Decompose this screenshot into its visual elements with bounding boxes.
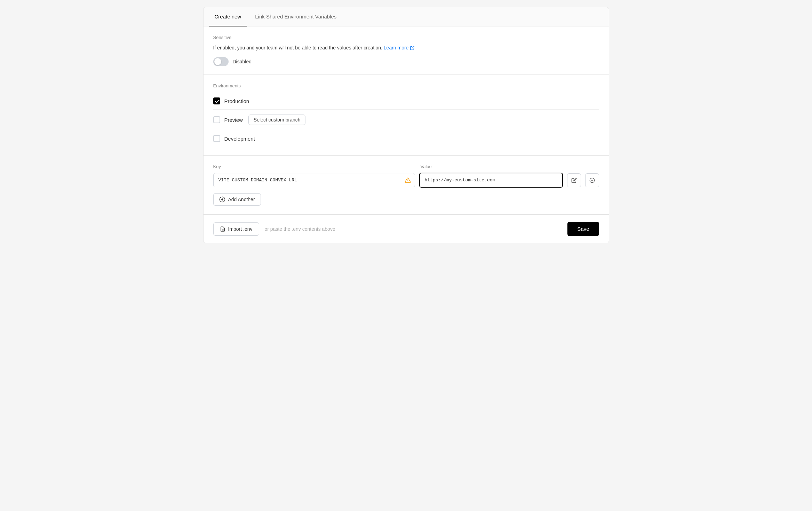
toggle-label: Disabled bbox=[233, 59, 252, 64]
environments-section: Environments Production Preview Select c… bbox=[204, 75, 609, 156]
env-item-production: Production bbox=[213, 93, 599, 110]
development-checkbox[interactable] bbox=[213, 135, 220, 142]
preview-checkbox[interactable] bbox=[213, 116, 220, 123]
edit-icon bbox=[571, 178, 577, 183]
tab-link-shared[interactable]: Link Shared Environment Variables bbox=[249, 7, 342, 26]
edit-button[interactable] bbox=[567, 173, 581, 187]
paste-hint: or paste the .env contents above bbox=[265, 226, 335, 232]
learn-more-link[interactable]: Learn more bbox=[384, 44, 415, 52]
env-item-development: Development bbox=[213, 130, 599, 147]
plus-circle-icon bbox=[219, 196, 225, 203]
sensitive-toggle-row: Disabled bbox=[213, 57, 599, 66]
key-field-wrapper bbox=[213, 173, 415, 187]
minus-circle-icon bbox=[589, 178, 595, 183]
external-link-icon bbox=[410, 46, 415, 50]
environments-label: Environments bbox=[213, 83, 599, 88]
warning-icon bbox=[405, 177, 411, 183]
production-checkbox[interactable] bbox=[213, 97, 220, 104]
bottom-bar: Import .env or paste the .env contents a… bbox=[204, 214, 609, 243]
save-button[interactable]: Save bbox=[567, 222, 599, 236]
sensitive-description: If enabled, you and your team will not b… bbox=[213, 44, 599, 52]
sensitive-toggle[interactable] bbox=[213, 57, 229, 66]
toggle-knob bbox=[214, 58, 221, 65]
sensitive-section: Sensitive If enabled, you and your team … bbox=[204, 26, 609, 75]
development-label: Development bbox=[224, 136, 255, 142]
kv-section: Key Value bbox=[204, 156, 609, 214]
env-item-preview: Preview Select custom branch bbox=[213, 110, 599, 130]
import-env-button[interactable]: Import .env bbox=[213, 222, 259, 236]
select-custom-branch-button[interactable]: Select custom branch bbox=[248, 115, 306, 125]
kv-row bbox=[213, 173, 599, 188]
key-input[interactable] bbox=[213, 173, 415, 187]
production-label: Production bbox=[224, 98, 249, 104]
value-input[interactable] bbox=[419, 173, 563, 188]
file-icon bbox=[220, 226, 225, 232]
add-another-button[interactable]: Add Another bbox=[213, 193, 261, 206]
key-column-label: Key bbox=[213, 164, 415, 169]
tab-create-new[interactable]: Create new bbox=[209, 7, 247, 26]
preview-label: Preview bbox=[224, 117, 243, 123]
value-column-label: Value bbox=[421, 164, 599, 169]
remove-button[interactable] bbox=[585, 173, 599, 187]
sensitive-label: Sensitive bbox=[213, 35, 599, 40]
kv-header: Key Value bbox=[213, 164, 599, 169]
tab-bar: Create new Link Shared Environment Varia… bbox=[204, 7, 609, 26]
